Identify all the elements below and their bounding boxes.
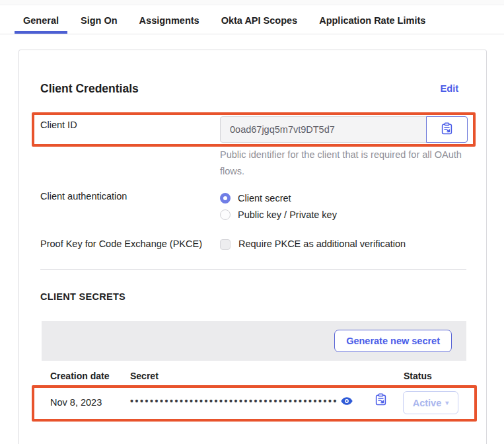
radio-public-private-key[interactable]: Public key / Private key — [220, 206, 337, 223]
client-secrets-title: CLIENT SECRETS — [40, 291, 126, 302]
client-id-help-text: Public identifier for the client that is… — [220, 147, 479, 180]
client-id-input[interactable] — [220, 116, 427, 143]
generate-new-secret-button[interactable]: Generate new secret — [334, 330, 452, 352]
client-id-label: Client ID — [40, 120, 77, 130]
clipboard-icon — [375, 398, 387, 408]
edit-link[interactable]: Edit — [441, 83, 458, 94]
app-tab-bar: General Sign On Assignments Okta API Sco… — [0, 5, 504, 34]
radio-public-private-key-label: Public key / Private key — [238, 209, 337, 220]
page-top-strip — [0, 0, 504, 5]
column-header-secret: Secret — [130, 371, 159, 381]
client-id-field-group — [220, 116, 468, 143]
radio-unselected-icon[interactable] — [220, 209, 231, 220]
column-header-creation-date: Creation date — [50, 371, 109, 381]
radio-selected-icon[interactable] — [220, 193, 231, 204]
column-header-status: Status — [404, 371, 432, 381]
client-secrets-toolbar: Generate new secret — [42, 321, 466, 361]
client-authentication-options: Client secret Public key / Private key — [220, 190, 337, 223]
eye-icon — [340, 400, 353, 410]
client-credentials-title: Client Credentials — [40, 82, 139, 96]
reveal-secret-button[interactable] — [340, 394, 353, 408]
client-authentication-label: Client authentication — [40, 191, 127, 202]
masked-secret-value: ••••••••••••••••••••••••••••••••••••••••… — [130, 396, 338, 406]
client-credentials-card: Client Credentials Edit Client ID Public… — [18, 50, 487, 444]
copy-secret-button[interactable] — [375, 393, 387, 406]
section-divider — [40, 269, 466, 270]
secret-creation-date: Nov 8, 2023 — [50, 397, 102, 408]
pkce-checkbox[interactable] — [220, 239, 231, 250]
secret-status-dropdown[interactable]: Active ▾ — [403, 391, 458, 414]
tab-assignments[interactable]: Assignments — [131, 15, 208, 34]
tab-application-rate-limits[interactable]: Application Rate Limits — [310, 15, 434, 34]
status-label: Active — [413, 398, 442, 408]
tab-general[interactable]: General — [15, 15, 67, 34]
tab-okta-api-scopes[interactable]: Okta API Scopes — [213, 15, 306, 34]
radio-client-secret-label: Client secret — [238, 193, 291, 204]
chevron-down-icon: ▾ — [445, 399, 449, 406]
pkce-label: Proof Key for Code Exchange (PKCE) — [40, 239, 202, 249]
radio-client-secret[interactable]: Client secret — [220, 190, 337, 206]
client-id-copy-button[interactable] — [426, 116, 468, 143]
tab-sign-on[interactable]: Sign On — [72, 15, 126, 34]
pkce-checkbox-label: Require PKCE as additional verification — [238, 239, 406, 249]
clipboard-icon — [441, 122, 453, 137]
